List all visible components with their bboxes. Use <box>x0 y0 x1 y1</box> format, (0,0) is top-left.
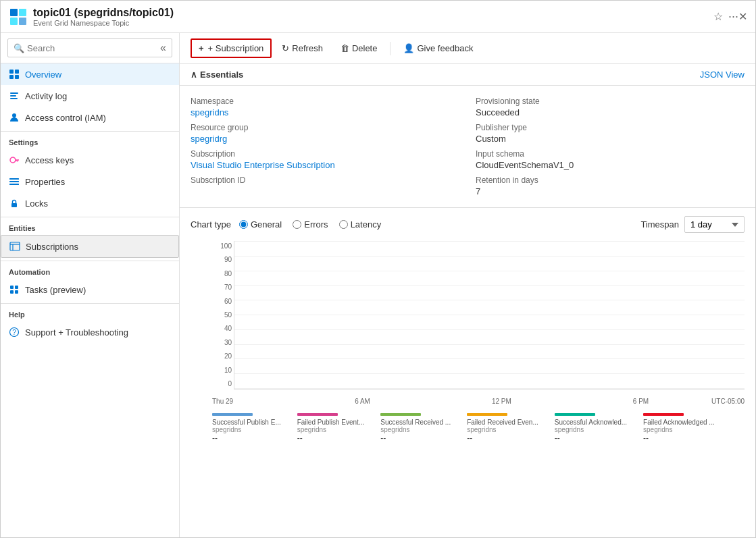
sidebar-item-subscriptions[interactable]: Subscriptions <box>1 235 179 258</box>
tasks-icon <box>9 284 20 295</box>
y-label-0: 0 <box>213 380 232 387</box>
essentials-retention: Retention in days 7 <box>476 173 745 199</box>
legend-color-1 <box>297 413 338 416</box>
y-label-30: 30 <box>213 339 232 346</box>
essentials-input-schema: Input schema CloudEventSchemaV1_0 <box>476 146 745 173</box>
essentials-subscription: Subscription Visual Studio Enterprise Su… <box>191 146 459 173</box>
chart-type-radio-group: General Errors Latency <box>239 219 381 230</box>
add-subscription-button[interactable]: + + Subscription <box>191 38 272 58</box>
chart-type-general[interactable]: General <box>239 219 282 230</box>
legend-color-4 <box>555 413 595 416</box>
svg-text:?: ? <box>12 329 16 336</box>
delete-label: Delete <box>352 43 378 53</box>
legend-sub-1: spegridns <box>297 426 365 433</box>
svg-rect-17 <box>9 181 19 182</box>
chart-wrapper: 100 90 80 70 60 50 40 30 20 10 0 <box>212 241 745 405</box>
legend-value-3: -- <box>467 433 538 443</box>
timespan-select[interactable]: 1 hour 6 hours 12 hours 1 day 7 days 30 … <box>684 216 745 233</box>
essentials-subscription-id: Subscription ID <box>191 173 459 189</box>
sidebar-item-access-control[interactable]: Access control (IAM) <box>1 107 179 128</box>
title-bar: topic01 (spegridns/topic01) Event Grid N… <box>1 1 755 33</box>
x-label-6pm: 6 PM <box>633 398 649 405</box>
essentials-namespace: Namespace spegridns <box>191 94 459 120</box>
legend-name-0: Successful Publish E... <box>212 419 281 426</box>
svg-rect-6 <box>9 75 14 79</box>
essentials-grid: Namespace spegridns Resource group spegr… <box>180 86 755 208</box>
legend-value-4: -- <box>555 433 627 443</box>
svg-rect-1 <box>19 9 26 16</box>
svg-rect-8 <box>10 92 18 94</box>
chart-gridlines <box>234 241 745 389</box>
feedback-label: Give feedback <box>417 43 473 53</box>
chart-type-latency[interactable]: Latency <box>339 219 382 230</box>
search-input[interactable] <box>27 43 157 53</box>
svg-rect-26 <box>15 290 18 294</box>
feedback-button[interactable]: 👤 Give feedback <box>396 39 480 57</box>
svg-rect-20 <box>10 242 20 250</box>
chart-legend: Successful Publish E... spegridns -- Fai… <box>212 413 745 443</box>
y-label-60: 60 <box>213 298 232 305</box>
input-schema-label: Input schema <box>476 149 745 159</box>
essentials-column-left: Namespace spegridns Resource group spegr… <box>191 94 459 199</box>
y-label-20: 20 <box>213 352 232 360</box>
y-label-80: 80 <box>213 270 232 277</box>
chevron-down-icon: ∧ <box>191 70 197 80</box>
legend-value-2: -- <box>380 433 451 443</box>
sidebar-item-iam-label: Access control (IAM) <box>25 113 106 123</box>
sidebar-item-properties[interactable]: Properties <box>1 171 179 192</box>
chart-type-label: Chart type <box>191 219 231 230</box>
namespace-label: Namespace <box>191 97 459 106</box>
more-icon[interactable]: ··· <box>728 9 738 24</box>
y-label-10: 10 <box>213 367 232 374</box>
subscription-value[interactable]: Visual Studio Enterprise Subscription <box>191 160 459 170</box>
legend-sub-2: spegridns <box>380 426 451 433</box>
sidebar-item-overview[interactable]: Overview <box>1 63 179 85</box>
refresh-label: Refresh <box>292 43 323 53</box>
sidebar-item-properties-label: Properties <box>25 177 65 187</box>
close-button[interactable]: ✕ <box>738 10 747 23</box>
json-view-link[interactable]: JSON View <box>700 70 745 80</box>
legend-name-2: Successful Received ... <box>380 419 451 426</box>
toolbar-separator <box>390 42 390 55</box>
namespace-value[interactable]: spegridns <box>191 107 459 117</box>
collapse-sidebar-button[interactable]: « <box>160 42 166 54</box>
legend-item-2: Successful Received ... spegridns -- <box>380 413 451 443</box>
essentials-header: ∧ Essentials JSON View <box>180 64 755 86</box>
sidebar-item-activity-log[interactable]: Activity log <box>1 85 179 107</box>
svg-rect-18 <box>9 184 19 185</box>
sidebar-item-locks[interactable]: Locks <box>1 192 179 214</box>
delete-button[interactable]: 🗑 Delete <box>333 39 385 57</box>
x-label-thu: Thu 29 <box>212 398 233 405</box>
legend-sub-5: spegridns <box>643 426 715 433</box>
legend-item-3: Failed Received Even... spegridns -- <box>467 413 538 443</box>
sidebar-item-tasks[interactable]: Tasks (preview) <box>1 279 179 300</box>
svg-rect-2 <box>10 18 18 25</box>
sidebar-item-tasks-label: Tasks (preview) <box>25 285 86 295</box>
title-text: topic01 (spegridns/topic01) Event Grid N… <box>33 7 708 27</box>
chart-type-errors[interactable]: Errors <box>293 219 328 230</box>
essentials-collapse-button[interactable]: ∧ Essentials <box>191 70 243 80</box>
automation-section-header: Automation <box>1 261 179 279</box>
y-label-50: 50 <box>213 311 232 319</box>
legend-item-4: Successful Acknowled... spegridns -- <box>555 413 627 443</box>
x-label-6am: 6 AM <box>355 398 370 405</box>
sidebar-item-access-keys[interactable]: Access keys <box>1 149 179 171</box>
sidebar-item-support[interactable]: ? Support + Troubleshooting <box>1 321 179 343</box>
svg-rect-10 <box>10 98 18 99</box>
utc-label: UTC-05:00 <box>711 398 745 405</box>
essentials-provisioning-state: Provisioning state Succeeded <box>476 94 745 120</box>
legend-sub-4: spegridns <box>555 426 627 433</box>
legend-value-1: -- <box>297 433 365 443</box>
resource-group-label: Resource group <box>191 123 459 132</box>
svg-rect-0 <box>10 9 18 16</box>
resource-group-value[interactable]: spegridrg <box>191 134 459 144</box>
legend-sub-0: spegridns <box>212 426 281 433</box>
chart-x-row: Thu 29 6 AM 12 PM 6 PM UTC-05:00 <box>212 395 745 405</box>
search-box: 🔍 « <box>1 33 179 63</box>
refresh-button[interactable]: ↻ Refresh <box>274 39 330 57</box>
favorite-icon[interactable]: ☆ <box>713 10 723 23</box>
x-label-12pm: 12 PM <box>492 398 511 405</box>
legend-name-5: Failed Acknowledged ... <box>643 419 715 426</box>
content-area: + + Subscription ↻ Refresh 🗑 Delete 👤 Gi… <box>180 33 755 537</box>
overview-icon <box>9 69 20 80</box>
